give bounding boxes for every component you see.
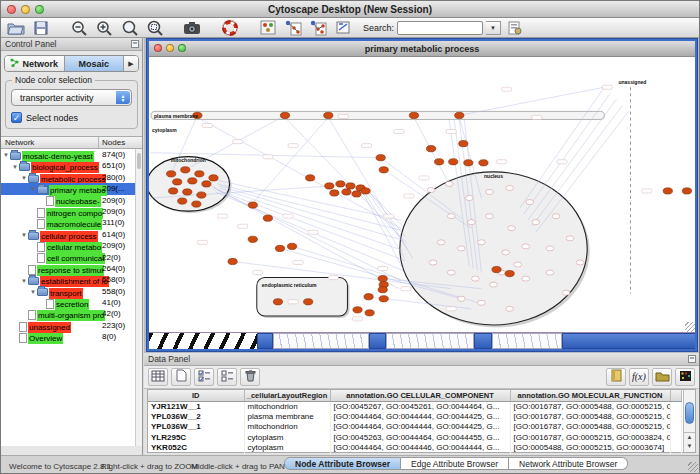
table-cell[interactable]: cytoplasm: [244, 432, 330, 442]
plugins-button[interactable]: [332, 19, 354, 37]
table-row[interactable]: YPL036W__2plasma membrane[GO:0044464, GO…: [148, 411, 682, 421]
float-panel-icon[interactable]: [131, 40, 139, 48]
tree-row[interactable]: Overview8(0): [1, 331, 142, 342]
formula-button[interactable]: f(x): [629, 368, 649, 386]
tree-row[interactable]: nucleobase-209(0): [1, 195, 142, 206]
zoom-fit-button[interactable]: [118, 19, 140, 37]
tree-row[interactable]: ▼metabolic process280(0): [1, 172, 142, 183]
tree-scrollbar[interactable]: [135, 149, 142, 446]
background-window-preview[interactable]: [273, 333, 369, 349]
tree-row[interactable]: response to stimul264(0): [1, 263, 142, 274]
tree-row[interactable]: secretion41(0): [1, 297, 142, 308]
column-header[interactable]: ID: [148, 390, 244, 401]
search-options-button[interactable]: [504, 19, 526, 37]
table-cell[interactable]: [GO:0005488, GO:0005215, GO:0003674]: [510, 442, 670, 452]
zoom-out-button[interactable]: [68, 19, 90, 37]
tree-header: Network Nodes: [1, 136, 142, 149]
data-panel-title: Data Panel: [144, 353, 699, 366]
background-window-blue[interactable]: [369, 333, 386, 349]
table-cell[interactable]: [GO:0044464, GO:0044444, GO:0044425, G..…: [330, 422, 510, 432]
tab-node-attribute-browser[interactable]: Node Attribute Browser: [284, 457, 401, 470]
background-window-art[interactable]: [149, 333, 257, 349]
table-cell[interactable]: [GO:0045263, GO:0044464, GO:0044455, G..…: [330, 432, 510, 442]
attribute-table-button[interactable]: [148, 368, 168, 386]
matrix-button[interactable]: [675, 368, 695, 386]
table-cell[interactable]: [GO:0016787, GO:0005488, GO:0005215, G..…: [510, 411, 670, 421]
table-cell[interactable]: YJR121W__1: [148, 401, 244, 411]
table-cell[interactable]: YLR295C: [148, 432, 244, 442]
tree-row[interactable]: cell communicat22(0): [1, 252, 142, 263]
table-row[interactable]: YKR052Ccytoplasm[GO:0044464, GO:0044446,…: [148, 442, 682, 452]
notebook-button[interactable]: [606, 368, 626, 386]
network-view-titlebar[interactable]: primary metabolic process: [149, 41, 695, 57]
open-button[interactable]: [5, 19, 27, 37]
unselect-attributes-button[interactable]: [217, 368, 237, 386]
import-attributes-button[interactable]: [652, 368, 672, 386]
table-cell[interactable]: cytoplasm: [244, 442, 330, 452]
table-cell[interactable]: mitochondrion: [244, 422, 330, 432]
column-header[interactable]: annotation.GO MOLECULAR_FUNCTION: [510, 390, 670, 401]
table-row[interactable]: YJR121W__1mitochondrion[GO:0045267, GO:0…: [148, 401, 682, 411]
vizmapper-button[interactable]: [257, 19, 279, 37]
tree-row[interactable]: ▼establishment of lo558(0): [1, 274, 142, 285]
background-window-preview[interactable]: [492, 333, 562, 349]
annotation-import-button[interactable]: [282, 19, 304, 37]
column-header[interactable]: annotation.GO CELLULAR_COMPONENT: [330, 390, 510, 401]
background-window-preview[interactable]: [386, 333, 474, 349]
delete-attribute-button[interactable]: [240, 368, 260, 386]
table-cell[interactable]: [GO:0016787, GO:0005488, GO:0005215, G..…: [510, 422, 670, 432]
open-icon: [7, 21, 25, 35]
select-nodes-checkbox[interactable]: ✓: [11, 112, 22, 123]
table-cell[interactable]: plasma membrane: [244, 411, 330, 421]
snapshot-button[interactable]: [181, 19, 203, 37]
tree-row[interactable]: ▼transport558(0): [1, 286, 142, 297]
table-cell[interactable]: [GO:0044464, GO:0044446, GO:0044444, G..…: [330, 442, 510, 452]
tab-overflow-button[interactable]: ▶: [124, 56, 138, 71]
search-dropdown-button[interactable]: ▼: [486, 21, 501, 35]
table-cell[interactable]: mitochondrion: [244, 401, 330, 411]
network-import-icon: [310, 20, 327, 36]
tree-row[interactable]: ▼mosaic-demo-yeast874(0): [1, 149, 142, 160]
tree-row[interactable]: cellular metabo209(0): [1, 240, 142, 251]
zoom-in-button[interactable]: [93, 19, 115, 37]
tree-row[interactable]: multi-organism pro42(0): [1, 308, 142, 319]
select-attributes-button[interactable]: [194, 368, 214, 386]
background-window-blue[interactable]: [257, 333, 273, 349]
tree-row[interactable]: ▼cellular process614(0): [1, 229, 142, 240]
tree-row[interactable]: ▼biological_process651(0): [1, 160, 142, 171]
tab-edge-attribute-browser[interactable]: Edge Attribute Browser: [401, 457, 509, 470]
network-canvas[interactable]: plasma membranecytoplasmmitochondrionnuc…: [149, 57, 695, 332]
column-header[interactable]: _cellularLayoutRegion: [244, 390, 330, 401]
table-cell[interactable]: [GO:0045267, GO:0045261, GO:0044464, G..…: [330, 401, 510, 411]
table-cell[interactable]: [GO:0016787, GO:0005488, GO:0005215, G..…: [510, 401, 670, 411]
table-row[interactable]: YLR295Ccytoplasm[GO:0045263, GO:0044464,…: [148, 432, 682, 442]
float-data-panel-icon[interactable]: [688, 355, 696, 363]
tab-network[interactable]: Network: [5, 56, 65, 71]
background-window-blue[interactable]: [562, 333, 695, 349]
table-cell[interactable]: YPL036W__1: [148, 422, 244, 432]
table-scrollbar[interactable]: ▲▼: [683, 390, 695, 452]
tab-mosaic[interactable]: Mosaic: [65, 56, 125, 71]
tree-row[interactable]: ▼primary metabo209(...: [1, 183, 142, 194]
tab-network-attribute-browser[interactable]: Network Attribute Browser: [509, 457, 628, 470]
help-button[interactable]: [219, 19, 241, 37]
background-window-blue[interactable]: [474, 333, 492, 349]
save-button[interactable]: [30, 19, 52, 37]
zoom-selected-button[interactable]: [143, 19, 165, 37]
tree-row[interactable]: nitrogen compo209(0): [1, 206, 142, 217]
table-cell[interactable]: [GO:0016787, GO:0005215, GO:0003824, G..…: [510, 432, 670, 442]
table-scroll-thumb[interactable]: [685, 402, 694, 424]
tree-row[interactable]: unassigned223(0): [1, 320, 142, 331]
table-row[interactable]: YPL036W__1mitochondrion[GO:0044464, GO:0…: [148, 422, 682, 432]
table-scroll-arrows[interactable]: ▲▼: [684, 432, 695, 452]
search-input[interactable]: [397, 21, 483, 35]
table-cell[interactable]: [GO:0044464, GO:0044444, GO:0044425, G..…: [330, 411, 510, 421]
frame-resize-grip[interactable]: [685, 322, 695, 332]
node-color-dropdown[interactable]: transporter activity ▲▼: [11, 89, 132, 106]
table-cell[interactable]: YKR052C: [148, 442, 244, 452]
table-cell[interactable]: YPL036W__2: [148, 411, 244, 421]
network-import-button[interactable]: [307, 19, 329, 37]
window-resize-grip[interactable]: [688, 462, 698, 472]
tree-row[interactable]: macromolecule311(0): [1, 217, 142, 228]
new-attribute-button[interactable]: [171, 368, 191, 386]
